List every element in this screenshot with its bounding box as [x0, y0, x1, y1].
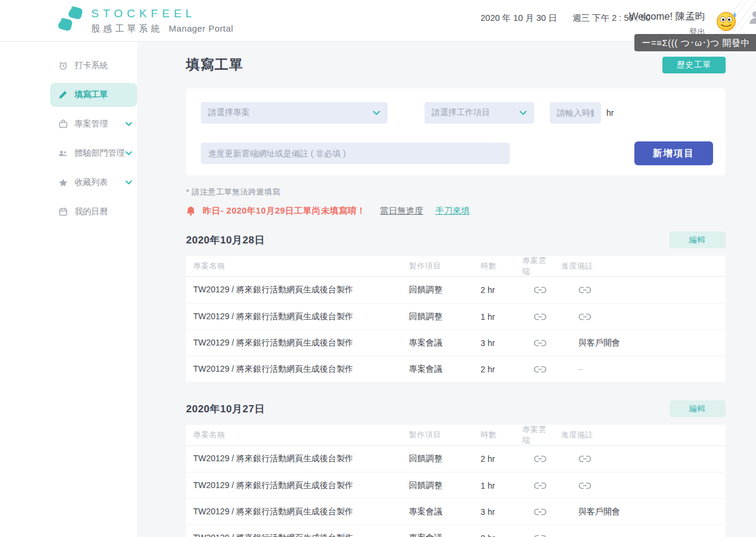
empty-note-dash: –: [578, 365, 583, 374]
column-header: 專案雲端: [515, 424, 554, 446]
table-row: TW20129 / 將來銀行活動網頁生成後台製作專案會議3 hr與客戶開會: [186, 329, 726, 356]
progress-note-cell: –: [554, 365, 726, 374]
note-link-icon[interactable]: [578, 482, 591, 489]
no-progress-link[interactable]: 當日無進度: [380, 205, 423, 217]
column-header: 進度備註: [554, 430, 726, 440]
sidebar-item-label: 收藏列表: [75, 177, 108, 188]
cloud-link-icon[interactable]: [534, 535, 547, 537]
work-item: 專案會議: [402, 364, 473, 375]
cloud-link-icon[interactable]: [534, 508, 547, 516]
project-name: TW20129 / 將來銀行活動網頁生成後台製作: [186, 311, 402, 322]
project-name: TW20129 / 將來銀行活動網頁生成後台製作: [186, 285, 402, 295]
add-item-button[interactable]: 新增項目: [634, 141, 713, 165]
people-icon: [58, 149, 68, 158]
cloud-link-icon[interactable]: [534, 455, 547, 462]
sidebar: 打卡系統 填寫工單 專案管理 體驗部門管理: [0, 42, 137, 537]
project-cloud-cell: [515, 366, 554, 373]
project-cloud-cell: [515, 286, 554, 294]
sidebar-item-label: 我的日曆: [75, 206, 108, 217]
sidebar-item-punch-clock[interactable]: 打卡系統: [50, 54, 137, 78]
chevron-down-icon: [125, 180, 132, 185]
edit-button[interactable]: 編輯: [670, 400, 726, 417]
project-name: TW20129 / 將來銀行活動網頁生成後台製作: [186, 507, 402, 517]
project-name: TW20129 / 將來銀行活動網頁生成後台製作: [186, 453, 402, 464]
cross-week-rule-note: * 請注意工單無法跨週填寫: [186, 187, 726, 197]
column-header: 專案雲端: [515, 255, 554, 277]
hours-value: 2 hr: [473, 533, 515, 537]
table-row: TW20129 / 將來銀行活動網頁生成後台製作回饋調整2 hr: [186, 277, 726, 303]
project-cloud-cell: [515, 482, 554, 489]
project-name: TW20129 / 將來銀行活動網頁生成後台製作: [186, 533, 402, 537]
cloud-link-icon[interactable]: [534, 482, 547, 489]
note-link-icon[interactable]: [578, 313, 591, 320]
table-row: TW20129 / 將來銀行活動網頁生成後台製作專案會議2 hr–: [186, 356, 726, 382]
sidebar-item-my-calendar[interactable]: 我的日曆: [50, 200, 137, 224]
work-item: 專案會議: [402, 533, 473, 537]
page-title: 填寫工單: [186, 55, 243, 74]
chevron-down-icon: [519, 110, 527, 116]
table-header-row: 專案名稱製作項目時數專案雲端進度備註: [186, 425, 726, 446]
cloud-link-icon[interactable]: [534, 313, 547, 320]
hours-value: 2 hr: [473, 365, 515, 374]
sidebar-item-label: 填寫工單: [75, 90, 108, 100]
sidebar-item-project-management[interactable]: 專案管理: [50, 112, 137, 136]
table-row: TW20129 / 將來銀行活動網頁生成後台製作回饋調整1 hr: [186, 303, 726, 329]
sidebar-item-fill-work-order[interactable]: 填寫工單: [50, 83, 137, 107]
column-header: 專案名稱: [186, 261, 402, 271]
section-date: 2020年10月28日: [186, 233, 265, 247]
column-header: 時數: [473, 430, 515, 440]
chevron-down-icon: [373, 110, 380, 116]
project-cloud-cell: [515, 455, 554, 462]
project-select-placeholder: 請選擇專案: [208, 107, 250, 118]
project-select[interactable]: 請選擇專案: [201, 102, 388, 124]
work-item: 專案會議: [402, 507, 473, 517]
progress-note-cell: 與客戶開會: [554, 507, 726, 517]
progress-note-cell: 與客戶開會: [554, 338, 726, 348]
project-cloud-cell: [515, 535, 554, 537]
sidebar-item-label: 體驗部門管理: [75, 148, 125, 159]
project-name: TW20129 / 將來銀行活動網頁生成後台製作: [186, 480, 402, 491]
empty-note-dash: –: [578, 533, 583, 537]
progress-note-input[interactable]: [201, 143, 510, 164]
sidebar-item-favorites[interactable]: 收藏列表: [50, 171, 137, 195]
sidebar-item-experience-dept[interactable]: 體驗部門管理: [50, 141, 137, 165]
project-cloud-cell: [515, 313, 554, 320]
note-link-icon[interactable]: [578, 455, 591, 462]
project-name: TW20129 / 將來銀行活動網頁生成後台製作: [186, 338, 402, 348]
main-content: 填寫工單 歷史工單 請選擇專案 請選擇工作項目 hr 新增項目 * 請注意工單無…: [137, 42, 756, 537]
dev-in-progress-tooltip: ー=≡Σ((( つ･ω･)つ 開發中: [634, 34, 756, 51]
progress-note-cell: [554, 482, 726, 489]
project-cloud-cell: [515, 508, 554, 516]
progress-note-cell: [554, 313, 726, 320]
cloud-link-icon[interactable]: [534, 366, 547, 373]
table-row: TW20129 / 將來銀行活動網頁生成後台製作回饋調整2 hr: [186, 446, 726, 472]
cloud-link-icon[interactable]: [534, 340, 547, 347]
header-date: 2020 年 10 月 30 日: [481, 13, 557, 24]
work-item: 回饋調整: [402, 285, 473, 295]
work-item-select[interactable]: 請選擇工作項目: [425, 102, 534, 124]
chevron-down-icon: [125, 151, 132, 156]
stockfeel-logo-icon: [57, 4, 83, 38]
brand-subtitle: 股感工單系統: [91, 23, 163, 35]
table-row: TW20129 / 將來銀行活動網頁生成後台製作專案會議3 hr與客戶開會: [186, 498, 726, 524]
work-log-table: 專案名稱製作項目時數專案雲端進度備註 TW20129 / 將來銀行活動網頁生成後…: [186, 425, 726, 537]
work-item: 專案會議: [402, 338, 473, 348]
column-header: 專案名稱: [186, 430, 402, 440]
table-header-row: 專案名稱製作項目時數專案雲端進度備註: [186, 256, 726, 277]
star-icon: [58, 178, 68, 187]
hours-input[interactable]: [550, 102, 601, 124]
bag-icon: [58, 119, 68, 129]
note-link-icon[interactable]: [578, 286, 591, 294]
unfilled-reminder-text: 昨日- 2020年10月29日工單尚未填寫唷！: [203, 205, 365, 217]
history-work-orders-button[interactable]: 歷史工單: [662, 57, 726, 73]
hours-value: 2 hr: [473, 285, 515, 295]
fill-now-link[interactable]: 手刀來填: [435, 205, 470, 217]
cloud-link-icon[interactable]: [534, 286, 547, 294]
edit-button[interactable]: 編輯: [670, 232, 726, 248]
column-header: 製作項目: [402, 261, 473, 271]
welcome-user-label: Welcome! 陳孟昀: [629, 10, 705, 23]
sidebar-item-label: 打卡系統: [75, 60, 108, 71]
pencil-icon: [58, 90, 68, 100]
note-text: 與客戶開會: [578, 507, 620, 517]
project-name: TW20129 / 將來銀行活動網頁生成後台製作: [186, 364, 402, 375]
